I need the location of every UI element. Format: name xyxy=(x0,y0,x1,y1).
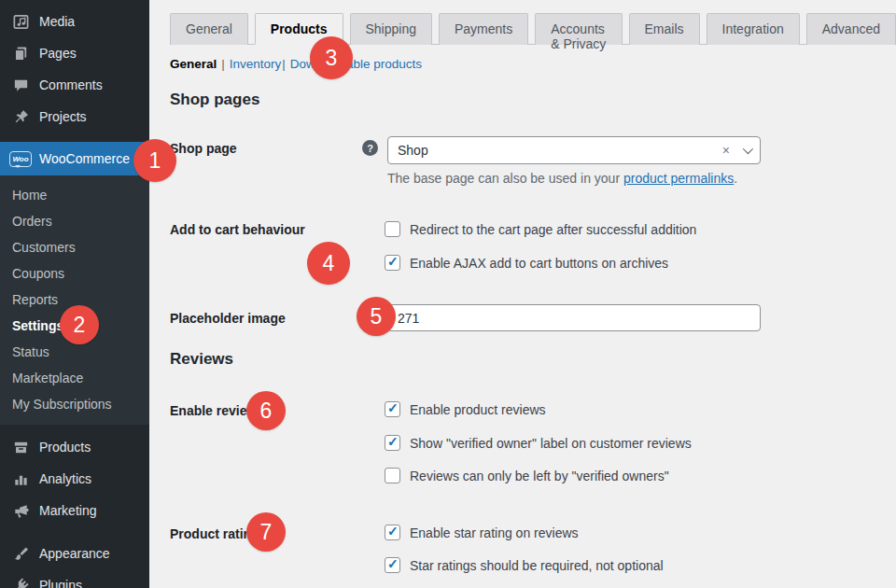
sidebar-item-marketing[interactable]: Marketing xyxy=(0,495,149,526)
chart-icon xyxy=(11,469,30,488)
annotation-badge-7: 7 xyxy=(246,512,286,552)
verified-owners-only-row: Reviews can only be left by "verified ow… xyxy=(385,468,669,483)
settings-tabbar: General Products Shipping Payments Accou… xyxy=(170,13,896,45)
shop-page-description: The base page can also be used in your p… xyxy=(387,171,737,186)
pages-icon xyxy=(11,44,30,63)
sidebar-item-label: Plugins xyxy=(39,578,82,588)
submenu-item-marketplace[interactable]: Marketplace xyxy=(0,365,149,391)
annotation-badge-2: 2 xyxy=(60,305,99,344)
ajax-add-to-cart-row: Enable AJAX add to cart buttons on archi… xyxy=(385,255,668,271)
submenu-item-my-subscriptions[interactable]: My Subscriptions xyxy=(0,391,149,417)
product-permalinks-link[interactable]: product permalinks xyxy=(623,171,734,186)
placeholder-image-input[interactable] xyxy=(387,304,761,331)
media-icon xyxy=(11,12,30,31)
sidebar-item-pages[interactable]: Pages xyxy=(0,37,149,69)
sidebar-item-label: Analytics xyxy=(39,471,91,486)
pin-icon xyxy=(11,107,30,126)
tab-advanced[interactable]: Advanced xyxy=(806,13,896,45)
sidebar-item-appearance[interactable]: Appearance xyxy=(0,538,149,569)
admin-sidebar: Media Pages Comments Projects Woo WooCom… xyxy=(0,0,149,588)
annotation-badge-4: 4 xyxy=(307,242,350,285)
redirect-cart-row: Redirect to the cart page after successf… xyxy=(385,221,696,237)
sidebar-item-comments[interactable]: Comments xyxy=(0,69,149,101)
help-tip-icon[interactable]: ? xyxy=(362,140,378,156)
annotation-badge-6: 6 xyxy=(246,391,286,430)
add-to-cart-label: Add to cart behaviour xyxy=(170,222,357,237)
sidebar-item-media[interactable]: Media xyxy=(0,6,149,37)
tab-shipping[interactable]: Shipping xyxy=(350,13,433,45)
enable-product-reviews-row: Enable product reviews xyxy=(385,401,546,417)
star-ratings-required-row: Star ratings should be required, not opt… xyxy=(385,557,664,573)
star-ratings-required-checkbox[interactable] xyxy=(385,557,400,573)
tab-accounts-privacy[interactable]: Accounts & Privacy xyxy=(535,13,622,45)
checkbox-label: Enable star rating on reviews xyxy=(410,525,579,540)
plug-icon xyxy=(11,576,30,588)
tab-integration[interactable]: Integration xyxy=(707,13,800,45)
ajax-add-to-cart-checkbox[interactable] xyxy=(385,255,400,271)
sidebar-item-projects[interactable]: Projects xyxy=(0,101,149,133)
sidebar-item-label: Pages xyxy=(39,46,77,61)
sidebar-item-plugins[interactable]: Plugins xyxy=(0,569,149,588)
checkbox-label: Enable product reviews xyxy=(410,402,546,417)
tab-payments[interactable]: Payments xyxy=(439,13,528,45)
woocommerce-icon: Woo xyxy=(9,151,32,167)
tab-general[interactable]: General xyxy=(170,13,248,45)
reviews-heading: Reviews xyxy=(170,350,233,369)
sidebar-item-label: WooCommerce xyxy=(39,151,130,166)
checkbox-label: Redirect to the cart page after successf… xyxy=(410,222,696,237)
brush-icon xyxy=(11,544,30,563)
checkbox-label: Reviews can only be left by "verified ow… xyxy=(410,469,669,483)
placeholder-image-label: Placeholder image xyxy=(170,311,357,326)
annotation-badge-5: 5 xyxy=(357,297,396,336)
enable-star-rating-checkbox[interactable] xyxy=(385,525,400,540)
products-subnav: General|Inventory|Downloadable products xyxy=(170,57,422,71)
woocommerce-submenu: Home Orders Customers Coupons Reports Se… xyxy=(0,175,149,425)
sidebar-item-label: Products xyxy=(39,440,91,455)
tab-emails[interactable]: Emails xyxy=(629,13,700,45)
annotation-badge-3: 3 xyxy=(310,36,353,79)
subnav-separator: | xyxy=(221,57,225,71)
submenu-item-home[interactable]: Home xyxy=(0,182,149,208)
page: Media Pages Comments Projects Woo WooCom… xyxy=(0,0,896,588)
enable-product-reviews-checkbox[interactable] xyxy=(385,401,400,417)
clear-selection-icon[interactable]: × xyxy=(722,143,730,158)
sidebar-item-label: Projects xyxy=(39,109,87,124)
chevron-down-icon xyxy=(743,144,753,154)
box-icon xyxy=(11,438,30,456)
subnav-inventory[interactable]: Inventory xyxy=(230,57,282,71)
sidebar-item-label: Comments xyxy=(39,77,103,92)
submenu-item-customers[interactable]: Customers xyxy=(0,234,149,260)
redirect-cart-checkbox[interactable] xyxy=(385,221,400,237)
subnav-general[interactable]: General xyxy=(170,57,217,71)
subnav-separator: | xyxy=(282,57,286,71)
sidebar-item-label: Media xyxy=(39,14,75,29)
megaphone-icon xyxy=(11,501,30,520)
shop-pages-heading: Shop pages xyxy=(170,91,259,109)
checkbox-label: Enable AJAX add to cart buttons on archi… xyxy=(410,256,668,271)
shop-page-label: Shop page xyxy=(170,141,357,156)
sidebar-item-label: Marketing xyxy=(39,503,96,518)
submenu-item-orders[interactable]: Orders xyxy=(0,208,149,234)
checkbox-label: Star ratings should be required, not opt… xyxy=(410,558,664,573)
submenu-item-coupons[interactable]: Coupons xyxy=(0,260,149,287)
verified-owners-only-checkbox[interactable] xyxy=(385,468,400,483)
settings-content: General Products Shipping Payments Accou… xyxy=(149,0,896,588)
comments-icon xyxy=(11,76,30,94)
sidebar-item-label: Appearance xyxy=(39,546,110,561)
sidebar-item-products[interactable]: Products xyxy=(0,431,149,463)
sidebar-item-woocommerce[interactable]: Woo WooCommerce xyxy=(0,142,149,175)
annotation-badge-1: 1 xyxy=(133,139,176,182)
verified-owner-label-checkbox[interactable] xyxy=(385,435,400,451)
sidebar-item-analytics[interactable]: Analytics xyxy=(0,463,149,495)
verified-owner-label-row: Show "verified owner" label on customer … xyxy=(385,435,692,451)
checkbox-label: Show "verified owner" label on customer … xyxy=(410,436,692,451)
shop-page-select-value: Shop xyxy=(398,143,722,158)
shop-page-select[interactable]: Shop × xyxy=(387,136,761,164)
enable-star-rating-row: Enable star rating on reviews xyxy=(385,525,579,540)
